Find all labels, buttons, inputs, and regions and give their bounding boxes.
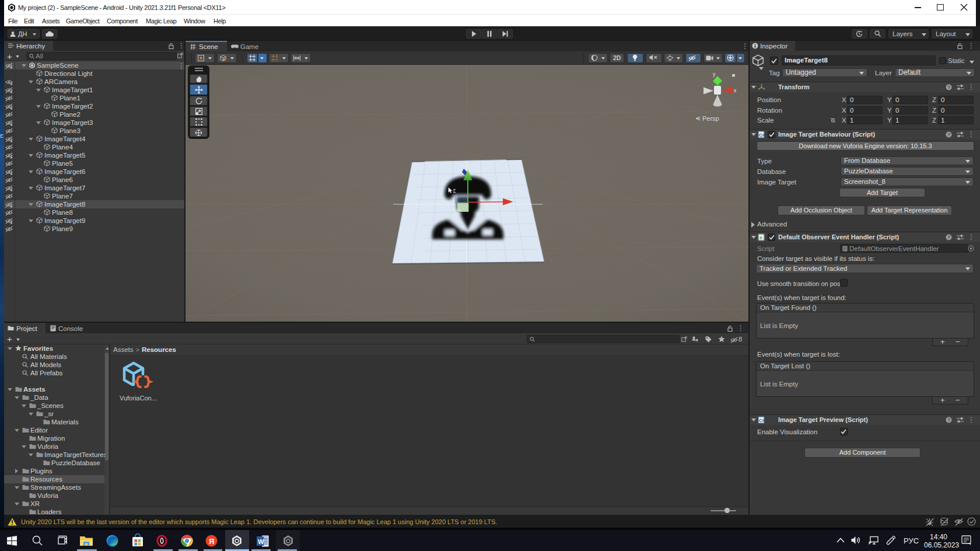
svg-text:C#: C# (759, 132, 765, 138)
svg-text:Я: Я (209, 537, 214, 546)
svg-text:C#: C# (759, 418, 765, 423)
svg-text:?: ? (947, 132, 950, 137)
svg-text:#: # (760, 235, 762, 240)
svg-text:W: W (258, 538, 264, 545)
svg-text:?: ? (947, 85, 950, 90)
svg-text:y: y (713, 71, 716, 77)
svg-text:?: ? (947, 235, 950, 240)
svg-text:?: ? (947, 417, 950, 423)
svg-text:Persp: Persp (702, 115, 719, 122)
